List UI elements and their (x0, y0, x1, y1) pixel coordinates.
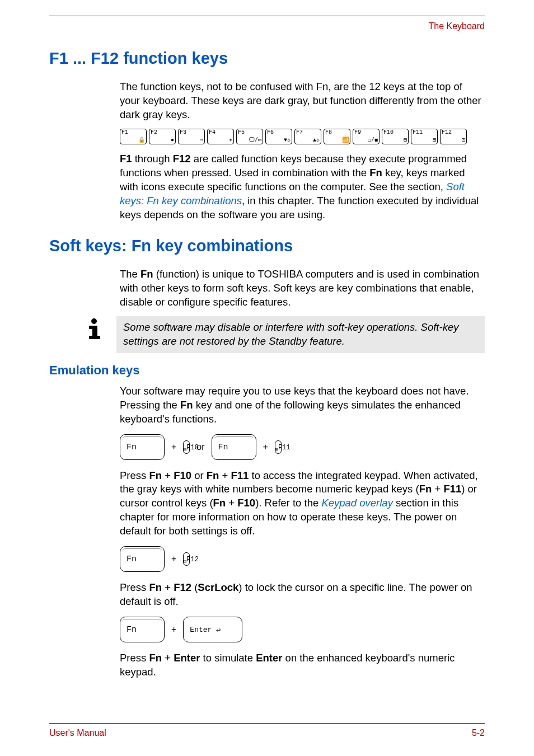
key-f11: F11⊞ (411, 129, 438, 144)
section2-title: Soft keys: Fn key combinations (49, 237, 485, 255)
key-f10: F10⊞ (382, 129, 409, 144)
section2-para5: Press Fn + Enter to simulate Enter on th… (120, 651, 485, 679)
section1-para1: The function keys, not to be confused wi… (120, 80, 485, 122)
svg-rect-3 (89, 336, 100, 339)
section2-para4: Press Fn + F12 (ScrLock) to lock the cur… (120, 581, 485, 609)
plus-icon: + (263, 442, 268, 452)
footer-page: 5-2 (472, 728, 485, 738)
key-f3: F3⇨ (178, 129, 205, 144)
key-f9: F9◻/◼ (353, 129, 380, 144)
section2-intro: The Fn (function) is unique to TOSHIBA c… (120, 267, 485, 309)
info-icon (84, 317, 105, 342)
key-enter: Enter ↵ (183, 617, 242, 642)
link-keypad-overlay[interactable]: Keypad overlay (321, 497, 393, 509)
header-rule (49, 16, 485, 16)
section2-para1: The Fn (function) is unique to TOSHIBA c… (120, 267, 485, 309)
key-fn: Fn (212, 434, 256, 460)
header-chapter: The Keyboard (428, 21, 485, 31)
emulation-body: Your software may require you to use key… (120, 384, 485, 680)
note-block: Some software may disable or interfere w… (49, 316, 485, 353)
key-f1: F1🔒 (120, 129, 147, 144)
section1-title: F1 ... F12 function keys (49, 49, 485, 68)
section2-para2: Your software may require you to use key… (120, 384, 485, 426)
key-f11: F11⊞ (275, 440, 282, 454)
section1-body: The function keys, not to be confused wi… (120, 80, 485, 222)
svg-rect-2 (92, 326, 97, 337)
key-f5: F5🖵/▭ (236, 129, 263, 144)
footer-manual: User's Manual (49, 728, 106, 738)
key-f12: F12⊡ (183, 552, 190, 566)
key-f12: F12⊡ (440, 129, 467, 144)
note-text: Some software may disable or interfere w… (116, 316, 485, 353)
key-fn: Fn (120, 617, 165, 642)
svg-point-0 (91, 318, 97, 324)
section2-para3: Press Fn + F10 or Fn + F11 to access the… (120, 469, 485, 539)
key-f7: F7▲☼ (294, 129, 321, 144)
key-f4: F4✶ (207, 129, 234, 144)
plus-icon: + (171, 624, 176, 635)
key-fn: Fn (120, 546, 165, 572)
combo-fn-enter: Fn + Enter ↵ (120, 617, 485, 642)
key-f10: F10⊞ (183, 440, 190, 454)
key-f8: F8📶 (324, 129, 350, 144)
combo-fn-f10-f11: Fn + F10⊞ or Fn + F11⊞ (120, 434, 485, 460)
plus-icon: + (171, 554, 176, 564)
footer-rule (49, 723, 485, 724)
key-fn: Fn (120, 434, 165, 460)
plus-icon: + (171, 442, 176, 452)
key-f2: F2● (149, 129, 176, 144)
function-keys-graphic: F1🔒 F2● F3⇨ F4✶ F5🖵/▭ F6▼☼ F7▲☼ F8📶 F9◻/… (120, 129, 485, 144)
section1-para2: F1 through F12 are called function keys … (120, 152, 485, 222)
combo-fn-f12: Fn + F12⊡ (120, 546, 485, 572)
emulation-subhead: Emulation keys (49, 363, 485, 378)
page-content: F1 ... F12 function keys The function ke… (49, 45, 485, 686)
key-f6: F6▼☼ (265, 129, 292, 144)
